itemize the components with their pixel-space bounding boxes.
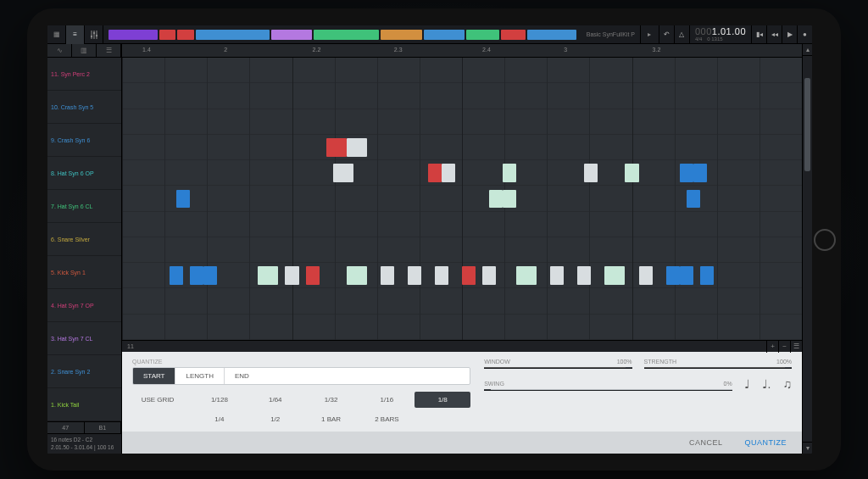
grid-option[interactable]: 1/64	[248, 392, 303, 408]
quantize-tab[interactable]: START	[133, 368, 175, 384]
note[interactable]	[347, 266, 367, 285]
note[interactable]	[306, 266, 320, 285]
note[interactable]	[639, 266, 653, 285]
view-edit-icon[interactable]: ≡	[66, 25, 85, 44]
grid-option[interactable]: 2 BARS	[359, 411, 415, 427]
note[interactable]	[285, 266, 298, 285]
tool-link-icon[interactable]: ∿	[47, 44, 72, 57]
swing-slider[interactable]: SWING0%	[484, 381, 732, 391]
velocity-lane[interactable]: 11 + − ☰	[122, 340, 802, 352]
grid-option[interactable]: 1/4	[192, 411, 248, 427]
track-row[interactable]: 3. Hat Syn 7 CL	[47, 322, 121, 355]
tool-grid-icon[interactable]: ▥	[72, 44, 97, 57]
play-icon[interactable]: ▶	[782, 25, 797, 43]
grid-option[interactable]: 1/2	[248, 411, 303, 427]
note-dotted-icon[interactable]: ♩.	[762, 377, 771, 391]
tablet-frame: ▦ ≡ Basic SynFullKit P ▸ ↶ △ 0001.01.00 …	[27, 8, 841, 471]
note[interactable]	[203, 266, 217, 285]
cancel-button[interactable]: CANCEL	[689, 438, 723, 447]
view-song-icon[interactable]: ▦	[47, 25, 66, 44]
track-row[interactable]: 5. Kick Syn 1	[47, 256, 121, 289]
timecode[interactable]: 0001.01.00 4/40 1315	[689, 25, 751, 43]
track-row[interactable]: 11. Syn Perc 2	[47, 58, 121, 91]
swing-note-icons[interactable]: ♩ ♩. ♫	[744, 377, 792, 391]
strength-slider[interactable]: STRENGTH100%	[644, 359, 792, 369]
note[interactable]	[550, 266, 564, 285]
note[interactable]	[176, 190, 190, 209]
track-row[interactable]: 4. Hat Syn 7 OP	[47, 289, 121, 322]
note[interactable]	[408, 266, 421, 285]
note[interactable]	[462, 266, 476, 285]
lane-menu-icon[interactable]: ☰	[790, 341, 802, 353]
note[interactable]	[170, 266, 183, 285]
quantize-button[interactable]: QUANTIZE	[744, 438, 787, 447]
note[interactable]	[625, 164, 638, 182]
track-row[interactable]: 10. Crash Syn 5	[47, 91, 121, 124]
note-quarter-icon[interactable]: ♩	[744, 377, 750, 391]
note[interactable]	[584, 164, 598, 182]
note-grid[interactable]	[122, 58, 802, 340]
note[interactable]	[604, 266, 625, 285]
keyboard-range[interactable]: 47 B1	[47, 421, 121, 433]
use-grid-label: USE GRID	[132, 392, 183, 404]
rewind-icon[interactable]: ◂◂	[766, 25, 782, 43]
note[interactable]	[442, 164, 455, 182]
note[interactable]	[381, 266, 394, 285]
lane-remove-icon[interactable]: −	[778, 341, 790, 353]
note[interactable]	[503, 164, 516, 182]
note[interactable]	[680, 266, 693, 285]
note[interactable]	[258, 266, 278, 285]
grid-option[interactable]: 1/16	[359, 392, 415, 408]
track-row[interactable]: 6. Snare Silver	[47, 223, 121, 256]
home-button[interactable]	[814, 229, 836, 251]
undo-icon[interactable]: ↶	[659, 25, 674, 43]
note[interactable]	[516, 266, 537, 285]
note[interactable]	[693, 164, 707, 182]
note[interactable]	[428, 164, 442, 182]
grid-option[interactable]: 1/128	[192, 392, 248, 408]
quantize-tab[interactable]: LENGTH	[175, 368, 224, 384]
track-row[interactable]: 7. Hat Syn 6 CL	[47, 190, 121, 223]
svg-point-0	[90, 35, 92, 36]
arrangement-overview[interactable]	[108, 30, 576, 40]
tool-select-icon[interactable]: ☰	[97, 44, 121, 57]
note-eighths-icon[interactable]: ♫	[783, 377, 793, 391]
grid-options[interactable]: 1/1281/641/321/161/81/41/21 BAR2 BARS	[192, 392, 470, 427]
quantize-mode-segment[interactable]: STARTLENGTHEND	[132, 367, 470, 385]
play-overview-icon[interactable]: ▸	[640, 25, 659, 44]
scroll-down-icon[interactable]: ▾	[803, 442, 812, 454]
note[interactable]	[577, 266, 591, 285]
main-area: ∿ ▥ ☰ 11. Syn Perc 210. Crash Syn 59. Cr…	[47, 44, 812, 454]
window-slider[interactable]: WINDOW100%	[484, 359, 632, 369]
quantize-tab[interactable]: END	[225, 368, 259, 384]
track-row[interactable]: 2. Snare Syn 2	[47, 355, 121, 388]
note[interactable]	[482, 266, 496, 285]
track-row[interactable]: 9. Crash Syn 6	[47, 124, 121, 157]
track-row[interactable]: 8. Hat Syn 6 OP	[47, 157, 121, 190]
grid-option[interactable]: 1 BAR	[303, 411, 359, 427]
note[interactable]	[666, 266, 680, 285]
note[interactable]	[190, 266, 203, 285]
note[interactable]	[503, 190, 516, 209]
metronome-icon[interactable]: △	[674, 25, 689, 43]
note[interactable]	[687, 190, 700, 209]
grid-option[interactable]: 1/8	[415, 392, 470, 408]
scroll-thumb[interactable]	[804, 78, 810, 171]
note[interactable]	[680, 164, 693, 182]
grid-area: 1.422.22.32.433.2 11 + − ☰ QUAN	[122, 44, 802, 454]
note[interactable]	[333, 164, 353, 182]
view-mixer-icon[interactable]	[85, 25, 103, 44]
grid-option[interactable]: 1/32	[303, 392, 359, 408]
note[interactable]	[700, 266, 714, 285]
vertical-scrollbar[interactable]: ▴ ▾	[802, 44, 812, 454]
timeline-ruler[interactable]: 1.422.22.32.433.2	[122, 44, 802, 58]
note[interactable]	[435, 266, 448, 285]
goto-start-icon[interactable]: ▮◂	[751, 25, 766, 43]
track-row[interactable]: 1. Kick Tail	[47, 388, 121, 421]
record-icon[interactable]: ●	[797, 25, 812, 43]
lane-add-icon[interactable]: +	[766, 341, 778, 353]
note[interactable]	[489, 190, 503, 209]
note[interactable]	[326, 138, 347, 157]
scroll-up-icon[interactable]: ▴	[803, 44, 812, 56]
note[interactable]	[347, 138, 367, 157]
